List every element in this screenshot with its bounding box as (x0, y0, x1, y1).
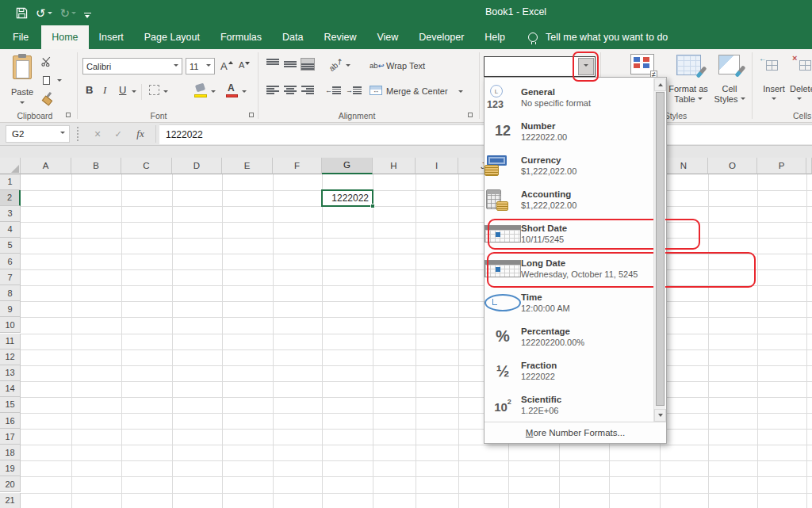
row-header-16[interactable]: 16 (0, 413, 21, 429)
undo-dropdown-icon[interactable] (48, 12, 52, 17)
format-option-currency[interactable]: Currency$1,222,022.00 (485, 148, 654, 182)
fill-color-dropdown-icon[interactable] (211, 90, 216, 95)
row-header-6[interactable]: 6 (0, 254, 21, 269)
merge-center-button[interactable]: Merge & Center (386, 86, 448, 96)
underline-dropdown-icon[interactable] (132, 90, 136, 95)
tab-developer[interactable]: Developer (408, 25, 474, 49)
row-header-12[interactable]: 12 (0, 349, 21, 365)
row-header-15[interactable]: 15 (0, 397, 21, 413)
column-header-G[interactable]: G (322, 158, 373, 174)
grow-font-button[interactable]: A (220, 59, 233, 72)
italic-button[interactable]: I (103, 84, 106, 97)
column-header-H[interactable]: H (373, 158, 416, 174)
column-header-A[interactable]: A (21, 158, 71, 174)
column-header-O[interactable]: O (708, 158, 757, 174)
format-option-time[interactable]: Time12:00:00 AM (485, 285, 654, 319)
row-header-8[interactable]: 8 (0, 285, 21, 301)
clipboard-dialog-launcher[interactable] (65, 112, 72, 119)
row-header-20[interactable]: 20 (0, 476, 21, 492)
wrap-text-button[interactable]: Wrap Text (386, 61, 425, 71)
format-option-long-date[interactable]: Long DateWednesday, October 11, 5245 (485, 251, 654, 285)
tab-page-layout[interactable]: Page Layout (134, 25, 210, 49)
cell-styles-button[interactable]: Cell Styles (709, 84, 750, 105)
borders-button[interactable] (149, 85, 159, 95)
align-center-button[interactable] (284, 86, 297, 94)
scroll-up-button[interactable] (654, 78, 666, 91)
fill-handle[interactable] (370, 204, 375, 208)
cell-styles-icon[interactable] (718, 55, 740, 74)
row-header-14[interactable]: 14 (0, 381, 21, 397)
column-header-I[interactable]: I (416, 158, 458, 174)
row-header-19[interactable]: 19 (0, 460, 21, 476)
merge-center-dropdown-icon[interactable] (458, 90, 463, 95)
column-header-B[interactable]: B (71, 158, 121, 174)
align-left-button[interactable] (266, 86, 279, 94)
cut-button[interactable] (41, 55, 52, 70)
row-header-3[interactable]: 3 (0, 206, 21, 222)
row-header-1[interactable]: 1 (0, 174, 21, 190)
tab-formulas[interactable]: Formulas (210, 25, 272, 49)
format-option-number[interactable]: Number1222022.00 (485, 114, 654, 148)
format-painter-button[interactable] (41, 92, 54, 105)
enter-button[interactable]: ✓ (109, 125, 127, 143)
insert-function-button[interactable]: fx (132, 125, 149, 143)
column-header-N[interactable]: N (660, 158, 708, 174)
menu-scrollbar[interactable] (653, 78, 665, 422)
row-header-2[interactable]: 2 (0, 190, 21, 206)
font-dialog-launcher[interactable] (248, 112, 255, 119)
font-color-button[interactable]: A (228, 82, 235, 94)
redo-button[interactable]: ↻ (60, 7, 77, 19)
paste-button[interactable]: Paste (5, 52, 40, 119)
column-header-E[interactable]: E (222, 158, 273, 174)
bold-button[interactable]: B (86, 84, 93, 96)
delete-cells-icon[interactable] (799, 60, 811, 71)
row-header-5[interactable]: 5 (0, 238, 21, 254)
top-align-button[interactable] (266, 59, 279, 65)
tab-view[interactable]: View (366, 25, 408, 49)
row-header-18[interactable]: 18 (0, 445, 21, 460)
shrink-font-button[interactable]: A (239, 60, 250, 70)
undo-button[interactable]: ↺ (36, 7, 52, 19)
column-header-D[interactable]: D (172, 158, 222, 174)
scroll-thumb[interactable] (656, 92, 665, 406)
borders-dropdown-icon[interactable] (163, 90, 168, 95)
format-as-table-button[interactable]: Format as Table (665, 84, 712, 105)
format-option-accounting[interactable]: Accounting$1,222,022.00 (485, 183, 654, 217)
tab-home[interactable]: Home (41, 25, 88, 49)
row-header-9[interactable]: 9 (0, 301, 21, 317)
format-option-general[interactable]: GeneralNo specific format (485, 80, 654, 114)
middle-align-button[interactable] (284, 61, 297, 67)
select-all-button[interactable] (0, 158, 21, 174)
column-header-C[interactable]: C (121, 158, 172, 174)
font-color-bar[interactable] (226, 94, 238, 97)
row-header-17[interactable]: 17 (0, 429, 21, 445)
row-header-10[interactable]: 10 (0, 317, 21, 333)
format-option-percentage[interactable]: Percentage122202200.00% (485, 319, 654, 353)
format-option-scientific[interactable]: Scientific1.22E+06 (485, 388, 654, 422)
tab-file[interactable]: File (0, 25, 41, 49)
tell-me[interactable]: Tell me what you want to do (528, 25, 668, 49)
underline-button[interactable]: U (119, 84, 126, 96)
cancel-button[interactable]: × (89, 125, 106, 143)
name-box[interactable]: G2 (6, 125, 70, 143)
format-option-fraction[interactable]: Fraction1222022 (485, 354, 654, 388)
column-header-P[interactable]: P (757, 158, 806, 174)
tab-data[interactable]: Data (272, 25, 313, 49)
bottom-align-button[interactable] (301, 59, 314, 70)
save-icon[interactable] (16, 7, 28, 19)
row-header-13[interactable]: 13 (0, 365, 21, 381)
format-option-short-date[interactable]: Short Date10/11/5245 (485, 217, 654, 251)
scroll-down-button[interactable] (654, 409, 666, 422)
tab-review[interactable]: Review (313, 25, 366, 49)
number-format-dropdown-button[interactable] (578, 58, 594, 75)
delete-button[interactable]: Delete (790, 84, 812, 105)
selected-cell-g2[interactable]: 1222022 (321, 189, 373, 207)
font-name-combo[interactable]: Calibri (82, 58, 182, 74)
format-as-table-icon[interactable] (676, 55, 701, 75)
alignment-dialog-launcher[interactable] (467, 112, 474, 119)
row-header-7[interactable]: 7 (0, 269, 21, 285)
copy-button[interactable] (43, 76, 50, 85)
font-color-dropdown-icon[interactable] (242, 90, 247, 95)
copy-dropdown-icon[interactable] (57, 79, 62, 84)
orientation-dropdown-icon[interactable] (346, 64, 350, 69)
